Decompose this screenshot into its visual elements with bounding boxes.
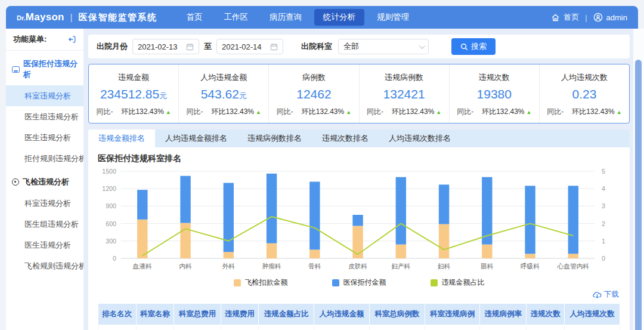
stat-comparison: 同比-环比132.43%▲	[450, 107, 539, 117]
tab-2[interactable]: 违规病例数排名	[237, 129, 312, 147]
page-scrollbar-thumb[interactable]	[635, 60, 642, 330]
top-navbar: Dr. Mayson | 医保智能监管系统 首页工作区病历查询统计分析规则管理 …	[6, 6, 638, 29]
stat-card-4: 违规次数19380同比-环比132.43%▲	[449, 64, 539, 123]
search-button[interactable]: 搜索	[451, 38, 496, 55]
username[interactable]: admin	[606, 13, 627, 22]
svg-text:皮肤科: 皮肤科	[348, 263, 367, 270]
home-icon[interactable]	[551, 13, 560, 22]
sidebar-group-1[interactable]: 飞检违规分析	[6, 169, 83, 193]
nav-item-0[interactable]: 首页	[177, 9, 211, 26]
cloud-download-icon	[593, 291, 602, 299]
table-header-1: 科室名称	[136, 304, 174, 325]
download-link[interactable]: 下载	[593, 289, 619, 300]
ranking-table: 排名名次科室名称科室总费用违规费用违规金额占比人均违规金额科室总病例数科室违规病…	[98, 303, 620, 330]
date-from-value: 2021-02-13	[138, 42, 178, 51]
target-icon	[12, 178, 19, 186]
sidebar-item-1-0[interactable]: 科室违规分析	[6, 193, 83, 214]
sidebar-group-0[interactable]: 医保拒付违规分析	[6, 51, 83, 85]
tab-0[interactable]: 违规金额排名	[88, 129, 155, 147]
stat-label: 违规次数	[450, 72, 539, 83]
svg-text:肿瘤科: 肿瘤科	[262, 263, 281, 270]
avatar-icon[interactable]	[593, 13, 603, 22]
table-row	[98, 325, 620, 330]
date-to-input[interactable]: 2021-02-14	[216, 39, 283, 54]
legend-label: 飞检扣款金额	[245, 277, 288, 288]
tab-3[interactable]: 违规次数排名	[312, 129, 379, 147]
mom-value: 环比132.43%▲	[302, 107, 351, 117]
stat-value: 132421	[360, 87, 449, 101]
sidebar-header: 功能菜单:	[6, 29, 83, 51]
stat-card-1: 人均违规金额543.62元同比-环比132.43%▲	[178, 64, 268, 123]
brand-separator: |	[70, 13, 73, 22]
up-triangle-icon: ▲	[617, 109, 622, 115]
sidebar-item-0-3[interactable]: 拒付规则违规分析	[6, 148, 83, 169]
up-triangle-icon: ▲	[166, 109, 171, 115]
legend-swatch	[234, 279, 241, 286]
stat-card-3: 违规病例数132421同比-环比132.43%▲	[359, 64, 449, 123]
search-button-label: 搜索	[471, 41, 487, 52]
svg-text:内科: 内科	[179, 263, 191, 270]
nav-item-2[interactable]: 病历查询	[261, 9, 311, 26]
table-header-0: 排名名次	[98, 304, 137, 325]
svg-text:心血管内科: 心血管内科	[557, 263, 589, 270]
sidebar-group-label: 医保拒付违规分析	[23, 58, 78, 80]
calendar-icon	[186, 43, 194, 51]
page-scrollbar-track[interactable]	[633, 29, 644, 330]
nav-right: 首页 | admin	[551, 12, 627, 23]
chart-title: 医保拒付违规科室排名	[98, 153, 620, 164]
sidebar: 功能菜单: 医保拒付违规分析科室违规分析医生组违规分析医生违规分析拒付规则违规分…	[6, 29, 83, 330]
svg-text:呼吸科: 呼吸科	[521, 263, 540, 270]
stat-label: 病例数	[269, 72, 358, 83]
yoy-value: 同比-	[96, 107, 113, 117]
legend-swatch	[431, 279, 438, 286]
legend-item-1[interactable]: 医保拒付金额	[332, 277, 386, 288]
tab-4[interactable]: 人均违规次数排名	[379, 129, 461, 147]
chart-section: 医保拒付违规科室排名 030060090012001500012345血液科内科…	[88, 147, 630, 288]
svg-text:5: 5	[602, 168, 605, 175]
date-range-to-label: 至	[204, 41, 212, 52]
nav-menu: 首页工作区病历查询统计分析规则管理	[177, 9, 418, 26]
yoy-value: 同比-	[367, 107, 383, 117]
nav-item-4[interactable]: 规则管理	[368, 9, 418, 26]
svg-text:0: 0	[602, 255, 605, 262]
svg-text:900: 900	[106, 202, 116, 209]
stat-comparison: 同比-环比132.43%▲	[89, 107, 178, 117]
svg-text:300: 300	[106, 238, 116, 245]
sidebar-item-0-1[interactable]: 医生组违规分析	[6, 106, 83, 127]
monitor-icon	[12, 66, 20, 73]
stat-value: 543.62元	[179, 87, 268, 101]
up-triangle-icon: ▲	[346, 109, 351, 115]
brand-name: Mayson	[26, 11, 64, 23]
content-area: 出院月份 2021-02-13 至 2021-02-14 出院科室 全部	[83, 29, 633, 330]
discharge-month-label: 出院月份	[97, 41, 128, 52]
sidebar-item-0-0[interactable]: 科室违规分析	[6, 85, 83, 106]
ranking-chart: 030060090012001500012345血液科内科外科肿瘤科骨科皮肤科妇…	[98, 165, 620, 277]
yoy-value: 同比-	[547, 107, 564, 117]
svg-text:1: 1	[602, 238, 605, 245]
nav-item-3[interactable]: 统计分析	[314, 9, 364, 26]
table-header-9: 违规次数	[527, 304, 565, 325]
collapse-sidebar-icon[interactable]	[68, 35, 76, 44]
stat-label: 人均违规金额	[179, 72, 268, 83]
legend-item-2[interactable]: 违规金额占比	[431, 277, 485, 288]
sidebar-item-0-2[interactable]: 医生违规分析	[6, 127, 83, 148]
nav-item-1[interactable]: 工作区	[215, 9, 257, 26]
stat-label: 违规病例数	[360, 72, 449, 83]
legend-label: 医保拒付金额	[343, 277, 386, 288]
tab-1[interactable]: 人均违规金额排名	[155, 129, 237, 147]
app-page: Dr. Mayson | 医保智能监管系统 首页工作区病历查询统计分析规则管理 …	[0, 0, 644, 330]
sidebar-item-1-2[interactable]: 医生违规分析	[6, 235, 83, 255]
mom-value: 环比132.43%▲	[482, 107, 531, 117]
date-from-input[interactable]: 2021-02-13	[132, 39, 199, 54]
sidebar-title: 功能菜单:	[13, 34, 47, 45]
nav-home-link[interactable]: 首页	[564, 12, 579, 23]
table-header-2: 科室总费用	[174, 304, 221, 325]
sidebar-item-1-3[interactable]: 飞检规则违规分析	[6, 255, 83, 276]
svg-text:1500: 1500	[102, 168, 116, 175]
legend-item-0[interactable]: 飞检扣款金额	[234, 277, 288, 288]
dept-select[interactable]: 全部	[338, 39, 429, 54]
mom-value: 环比132.43%▲	[212, 107, 261, 117]
ranking-table-wrap: 排名名次科室名称科室总费用违规费用违规金额占比人均违规金额科室总病例数科室违规病…	[88, 301, 630, 330]
chart-legend: 飞检扣款金额医保拒付金额违规金额占比	[98, 277, 620, 288]
sidebar-item-1-1[interactable]: 医生组违规分析	[6, 214, 83, 235]
